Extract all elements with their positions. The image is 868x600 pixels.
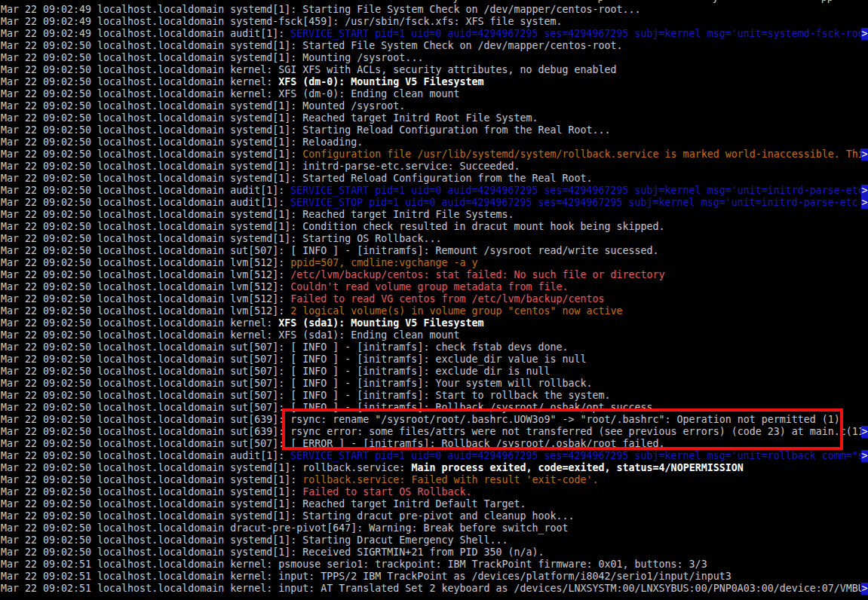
- log-line-message: Configuration file /usr/lib/systemd/syst…: [302, 148, 864, 160]
- log-line: Mar 22 09:02:50 localhost.localdomain su…: [1, 414, 868, 426]
- log-line-prefix: Mar 22 09:02:49 localhost.localdomain sy…: [1, 16, 345, 27]
- log-line-prefix: Mar 22 09:02:50 localhost.localdomain dr…: [1, 522, 369, 534]
- log-line: Mar 22 09:02:50 localhost.localdomain lv…: [1, 281, 868, 293]
- log-line-message: Received SIGRTMIN+21 from PID 350 (n/a).: [302, 546, 544, 558]
- log-line-prefix: Mar 22 09:02:50 localhost.localdomain su…: [1, 366, 290, 377]
- log-line: Mar 22 09:02:51 localhost.localdomain ke…: [1, 559, 868, 571]
- log-line-prefix: Mar 22 09:02:50 localhost.localdomain su…: [1, 402, 290, 413]
- log-line-prefix: Mar 22 09:02:50 localhost.localdomain sy…: [1, 209, 302, 220]
- console-log-output: Mar 22 09:02:49 localhost.localdomain sy…: [0, 4, 868, 595]
- log-line-prefix: Mar 22 09:02:50 localhost.localdomain lv…: [1, 257, 290, 268]
- log-line-message: rollback.service: Failed with result 'ex…: [302, 474, 598, 485]
- log-line: Mar 22 09:02:50 localhost.localdomain ke…: [1, 317, 868, 329]
- log-line: Mar 22 09:02:51 localhost.localdomain ke…: [1, 583, 868, 595]
- log-line: Mar 22 09:02:50 localhost.localdomain au…: [1, 450, 868, 462]
- log-line-message: SERVICE_START pid=1 uid=0 auid=429496729…: [290, 185, 864, 196]
- log-line: Mar 22 09:02:50 localhost.localdomain sy…: [1, 40, 868, 52]
- line-continuation-marker: >: [861, 185, 868, 197]
- log-line: Mar 22 09:02:50 localhost.localdomain su…: [1, 341, 868, 354]
- log-line-prefix: Mar 22 09:02:51 localhost.localdomain ke…: [1, 571, 278, 582]
- log-line-prefix: Mar 22 09:02:50 localhost.localdomain ke…: [1, 76, 278, 87]
- log-line-prefix: Mar 22 09:02:50 localhost.localdomain lv…: [1, 269, 290, 280]
- log-line: Mar 22 09:02:50 localhost.localdomain su…: [1, 366, 868, 378]
- line-continuation-marker: >: [861, 197, 868, 209]
- log-line-message: XFS (sda1): Ending clean mount: [278, 329, 459, 341]
- log-line: Mar 22 09:02:50 localhost.localdomain su…: [1, 354, 868, 366]
- log-line: Mar 22 09:02:49 localhost.localdomain sy…: [1, 16, 868, 28]
- log-line-message: Condition check resulted in dracut mount…: [302, 221, 664, 232]
- log-line-message: [ INFO ] - [initramfs]: check fstab devs…: [290, 341, 568, 353]
- log-line-message: SERVICE_START pid=1 uid=0 auid=429496729…: [290, 450, 864, 461]
- log-line-prefix: Mar 22 09:02:50 localhost.localdomain sy…: [1, 173, 302, 184]
- log-line-message: Starting Dracut Emergency Shell...: [302, 534, 508, 546]
- log-line: Mar 22 09:02:50 localhost.localdomain lv…: [1, 257, 868, 269]
- log-line: Mar 22 09:02:50 localhost.localdomain sy…: [1, 136, 868, 148]
- log-line-prefix: Mar 22 09:02:50 localhost.localdomain ke…: [1, 317, 278, 329]
- log-line-prefix: Mar 22 09:02:50 localhost.localdomain su…: [1, 341, 290, 353]
- log-line-prefix: Mar 22 09:02:49 localhost.localdomain au…: [1, 28, 290, 39]
- log-line: Mar 22 09:02:50 localhost.localdomain dr…: [1, 522, 868, 534]
- log-line-prefix: Mar 22 09:02:50 localhost.localdomain ke…: [1, 88, 278, 99]
- log-line: Mar 22 09:02:50 localhost.localdomain sy…: [1, 209, 868, 221]
- log-line-message: Starting OS Rollback...: [302, 233, 441, 244]
- log-line-prefix: Mar 22 09:02:50 localhost.localdomain su…: [1, 378, 290, 389]
- terminal-screen[interactable]: y p y pp Mar 22 09:02:49 localhost.local…: [0, 0, 868, 600]
- log-line-message: SERVICE_STOP pid=1 uid=0 auid=4294967295…: [290, 197, 864, 208]
- log-line-message: Warning: Break before switch_root: [369, 522, 568, 534]
- log-line-prefix: Mar 22 09:02:50 localhost.localdomain sy…: [1, 161, 302, 172]
- log-line-message: /usr/sbin/fsck.xfs: XFS file system.: [345, 16, 562, 27]
- log-line-message: Starting dracut pre-pivot and cleanup ho…: [302, 510, 574, 522]
- log-line: Mar 22 09:02:50 localhost.localdomain sy…: [1, 112, 868, 124]
- log-line-message: rsync: rename "/sysroot/root/.bashrc.UOW…: [290, 414, 840, 425]
- log-line: Mar 22 09:02:50 localhost.localdomain sy…: [1, 462, 868, 474]
- log-line-message: Failed to start OS Rollback.: [302, 486, 471, 497]
- log-line-message: [ INFO ] - [initramfs]: Rollback /sysroo…: [290, 402, 652, 413]
- log-line-prefix: Mar 22 09:02:50 localhost.localdomain au…: [1, 450, 290, 461]
- line-continuation-marker: >: [861, 28, 868, 40]
- log-line-prefix: Mar 22 09:02:50 localhost.localdomain su…: [1, 426, 290, 437]
- log-line-prefix: Mar 22 09:02:50 localhost.localdomain su…: [1, 354, 290, 365]
- log-line: Mar 22 09:02:50 localhost.localdomain lv…: [1, 269, 868, 281]
- log-line: Mar 22 09:02:50 localhost.localdomain lv…: [1, 305, 868, 317]
- log-line-prefix: Mar 22 09:02:50 localhost.localdomain sy…: [1, 221, 302, 232]
- log-line: Mar 22 09:02:50 localhost.localdomain sy…: [1, 52, 868, 64]
- log-line-message: Reached target Initrd Root File System.: [302, 112, 538, 124]
- log-line-prefix: Mar 22 09:02:50 localhost.localdomain sy…: [1, 136, 302, 148]
- log-line: Mar 22 09:02:50 localhost.localdomain ke…: [1, 76, 868, 88]
- log-line: Mar 22 09:02:50 localhost.localdomain sy…: [1, 510, 868, 522]
- log-line-prefix: Mar 22 09:02:50 localhost.localdomain ke…: [1, 329, 278, 341]
- log-line-prefix: Mar 22 09:02:50 localhost.localdomain sy…: [1, 546, 302, 558]
- log-line: Mar 22 09:02:50 localhost.localdomain sy…: [1, 100, 868, 112]
- log-line: Mar 22 09:02:50 localhost.localdomain lv…: [1, 293, 868, 305]
- log-line-prefix: Mar 22 09:02:50 localhost.localdomain sy…: [1, 510, 302, 522]
- log-line: Mar 22 09:02:50 localhost.localdomain sy…: [1, 221, 868, 233]
- log-line-message: rsync error: some files/attrs were not t…: [290, 426, 864, 437]
- log-line-prefix: Mar 22 09:02:50 localhost.localdomain ke…: [1, 64, 278, 75]
- log-line-message: input: TPPS/2 IBM TrackPoint as /devices…: [278, 571, 731, 582]
- log-line-message: Started Reload Configuration from the Re…: [302, 173, 592, 184]
- log-line-prefix: Mar 22 09:02:50 localhost.localdomain au…: [1, 185, 290, 196]
- log-line-prefix: Mar 22 09:02:50 localhost.localdomain sy…: [1, 233, 302, 244]
- log-line-prefix: Mar 22 09:02:49 localhost.localdomain sy…: [1, 4, 302, 15]
- log-line: Mar 22 09:02:50 localhost.localdomain sy…: [1, 546, 868, 559]
- log-line-message: XFS (dm-0): Mounting V5 Filesystem: [278, 76, 483, 87]
- log-line-message: SERVICE_START pid=1 uid=0 auid=429496729…: [290, 28, 864, 39]
- log-line-message: [ ERROR ] - [initramfs]: Rollback /sysro…: [290, 438, 664, 449]
- log-line: Mar 22 09:02:50 localhost.localdomain sy…: [1, 534, 868, 546]
- log-line-prefix: Mar 22 09:02:50 localhost.localdomain lv…: [1, 293, 290, 305]
- log-line: Mar 22 09:02:50 localhost.localdomain sy…: [1, 498, 868, 510]
- log-line: Mar 22 09:02:50 localhost.localdomain au…: [1, 197, 868, 209]
- log-line-prefix: Mar 22 09:02:50 localhost.localdomain lv…: [1, 281, 290, 292]
- log-line-prefix: Mar 22 09:02:50 localhost.localdomain sy…: [1, 474, 302, 485]
- log-line-message: /etc/lvm/backup/centos: stat failed: No …: [290, 269, 664, 280]
- log-line-message: initrd-parse-etc.service: Succeeded.: [302, 161, 520, 172]
- log-line-message: Reloading.: [302, 136, 363, 148]
- log-line: Mar 22 09:02:51 localhost.localdomain ke…: [1, 571, 868, 583]
- log-line: Mar 22 09:02:49 localhost.localdomain au…: [1, 28, 868, 40]
- log-line-message: Reached target Initrd File Systems.: [302, 209, 514, 220]
- log-line-prefix: Mar 22 09:02:50 localhost.localdomain sy…: [1, 124, 302, 136]
- log-line-message: XFS (dm-0): Ending clean mount: [278, 88, 459, 99]
- log-line: Mar 22 09:02:50 localhost.localdomain sy…: [1, 233, 868, 245]
- log-line-message: Mounted /sysroot.: [302, 100, 405, 112]
- log-line-message: [ INFO ] - [initramfs]: Remount /sysroot…: [290, 245, 658, 256]
